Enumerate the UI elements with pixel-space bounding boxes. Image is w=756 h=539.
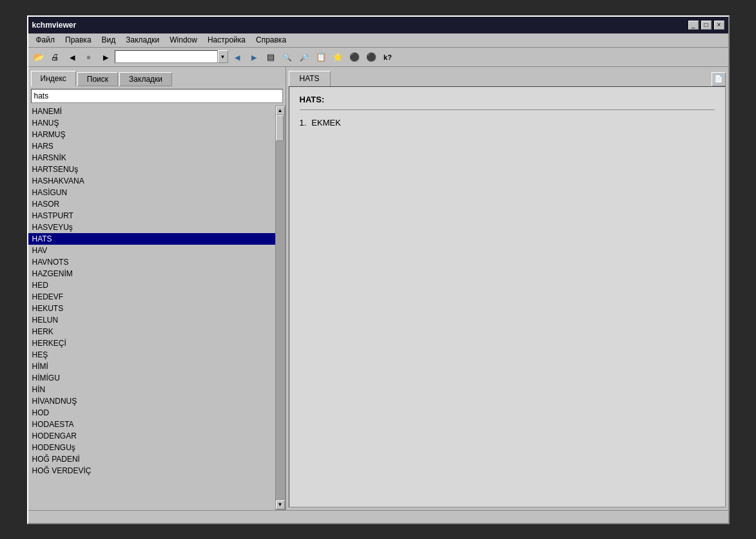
- bookmark-button[interactable]: [330, 49, 345, 64]
- list-item[interactable]: HAVNOTS: [28, 256, 275, 268]
- list-item[interactable]: HAZGENİM: [28, 268, 275, 279]
- content-title: HATS:: [300, 95, 715, 104]
- list-container: HANEMİHANUŞHARMUŞHARSHARSNİKHARTSENUşHAS…: [28, 106, 286, 510]
- list-item[interactable]: HOĞ VERDEVİÇ: [28, 465, 275, 477]
- content-area: HATS: 1. EKMEK: [289, 86, 726, 507]
- tab-bookmarks[interactable]: Закладки: [119, 72, 172, 86]
- menu-window[interactable]: Window: [164, 34, 202, 46]
- list-item[interactable]: HOĞ PADENİ: [28, 453, 275, 465]
- content-divider: [300, 109, 715, 110]
- nav-back-icon: [235, 52, 240, 62]
- folder-icon: [34, 52, 44, 62]
- list-item[interactable]: HELUN: [28, 314, 275, 326]
- list-item[interactable]: HERKEÇİ: [28, 337, 275, 349]
- content-action-btn[interactable]: 📄: [712, 72, 726, 86]
- menu-view[interactable]: Вид: [97, 34, 121, 46]
- content-list-item-1: 1. EKMEK: [300, 118, 715, 128]
- list-item[interactable]: HERK: [28, 326, 275, 337]
- list-item[interactable]: HASTPURT: [28, 210, 275, 222]
- list-item[interactable]: HİVANDNUŞ: [28, 395, 275, 407]
- zoom-in-button[interactable]: [280, 49, 295, 64]
- print-icon: [51, 52, 59, 62]
- search-input[interactable]: [31, 89, 283, 103]
- scroll-track: [276, 115, 285, 500]
- print-button[interactable]: [48, 49, 63, 64]
- list-item[interactable]: HAV: [28, 245, 275, 256]
- scrollbar: ▲ ▼: [275, 106, 286, 510]
- status-bar: [28, 510, 728, 523]
- grey-circle-button[interactable]: [363, 49, 379, 64]
- title-bar-controls: _ □ ×: [688, 21, 724, 30]
- list-item[interactable]: HARS: [28, 140, 275, 152]
- list-item[interactable]: HASHAKVANA: [28, 175, 275, 187]
- list-item[interactable]: HEŞ: [28, 349, 275, 361]
- window-title: kchmviewer: [32, 21, 77, 30]
- menu-file[interactable]: Файл: [31, 34, 61, 46]
- list-item[interactable]: HİMİ: [28, 361, 275, 372]
- back-icon: [70, 52, 75, 62]
- item-number: 1.: [300, 118, 307, 128]
- list-item[interactable]: HİMİGU: [28, 372, 275, 384]
- doc-icon: 📄: [714, 75, 723, 83]
- list-item[interactable]: HARSNİK: [28, 152, 275, 164]
- list-item[interactable]: HASVEYUş: [28, 222, 275, 233]
- list-item[interactable]: HANEMİ: [28, 106, 275, 117]
- menu-bookmarks[interactable]: Закладки: [121, 34, 164, 46]
- help-button[interactable]: [380, 49, 396, 64]
- main-content: Индекс Поиск Закладки HANEMİHANUŞHARMUŞH…: [28, 67, 728, 510]
- zoom-out-icon: [300, 52, 309, 62]
- address-dropdown[interactable]: ▼: [218, 50, 228, 63]
- grey-circle-icon: [366, 52, 376, 62]
- address-input[interactable]: [115, 50, 218, 63]
- minimize-button[interactable]: _: [688, 21, 699, 30]
- open-button[interactable]: [31, 49, 46, 64]
- scroll-up-btn[interactable]: ▲: [276, 106, 285, 115]
- dark-circle-button[interactable]: [347, 49, 362, 64]
- content-tab-hats[interactable]: HATS: [289, 71, 331, 86]
- scroll-thumb[interactable]: [276, 115, 284, 141]
- list-item[interactable]: HASOR: [28, 198, 275, 210]
- list-item[interactable]: HARTSENUş: [28, 164, 275, 175]
- home-icon: [103, 52, 108, 62]
- help-icon: [383, 52, 392, 62]
- list-item[interactable]: HATS: [28, 233, 275, 245]
- list-item[interactable]: HASİGUN: [28, 187, 275, 198]
- layout-button[interactable]: [263, 49, 278, 64]
- content-tab-actions: 📄: [712, 72, 726, 86]
- dark-circle-icon: [349, 52, 360, 62]
- list-item[interactable]: HİN: [28, 384, 275, 395]
- nav-back-button[interactable]: [229, 49, 245, 64]
- zoom-out-button[interactable]: [296, 49, 312, 64]
- list-item[interactable]: HED: [28, 279, 275, 291]
- scroll-down-btn[interactable]: ▼: [276, 500, 285, 509]
- notes-button[interactable]: [313, 49, 329, 64]
- list-item[interactable]: HODENGUş: [28, 442, 275, 453]
- list-item[interactable]: HODAESTA: [28, 419, 275, 430]
- app-window: kchmviewer _ □ × Файл Правка Вид Закладк…: [27, 15, 730, 524]
- tab-search[interactable]: Поиск: [77, 72, 118, 86]
- search-box: [28, 86, 286, 106]
- stop-icon: [86, 52, 92, 62]
- tab-index[interactable]: Индекс: [31, 71, 76, 86]
- list-item[interactable]: HOD: [28, 407, 275, 419]
- close-button[interactable]: ×: [714, 21, 724, 30]
- notes-icon: [316, 52, 326, 62]
- menu-edit[interactable]: Правка: [60, 34, 97, 46]
- list-item[interactable]: HARMUŞ: [28, 129, 275, 140]
- maximize-button[interactable]: □: [701, 21, 712, 30]
- menu-settings[interactable]: Настройка: [202, 34, 251, 46]
- list-item[interactable]: HEDEVF: [28, 291, 275, 303]
- star-icon: [333, 52, 343, 62]
- nav-fwd-button[interactable]: [246, 49, 262, 64]
- item-text: EKMEK: [311, 118, 341, 128]
- home-button[interactable]: [98, 49, 113, 64]
- menu-bar: Файл Правка Вид Закладки Window Настройк…: [28, 33, 728, 48]
- back-button[interactable]: [64, 49, 80, 64]
- list-item[interactable]: HODENGAR: [28, 430, 275, 442]
- menu-help[interactable]: Справка: [251, 34, 291, 46]
- list-item[interactable]: HANUŞ: [28, 117, 275, 129]
- stop-button[interactable]: [81, 49, 97, 64]
- index-list[interactable]: HANEMİHANUŞHARMUŞHARSHARSNİKHARTSENUşHAS…: [28, 106, 275, 510]
- list-item[interactable]: HEKUTS: [28, 303, 275, 314]
- right-panel: HATS 📄 HATS: 1. EKMEK: [286, 67, 728, 510]
